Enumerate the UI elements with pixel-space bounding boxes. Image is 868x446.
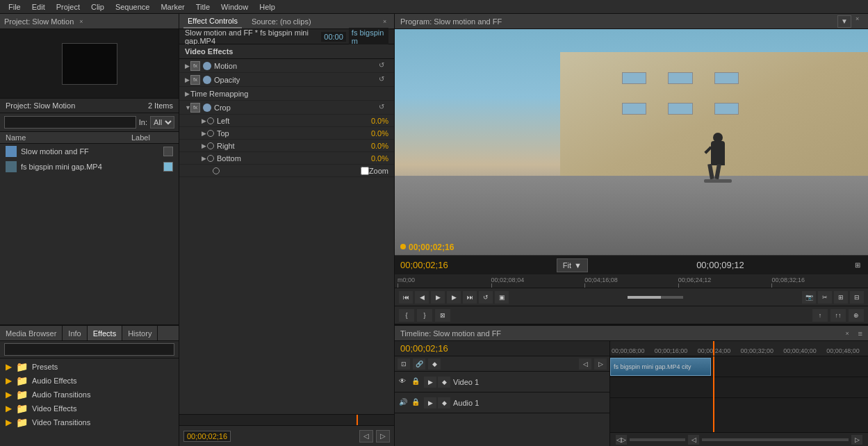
project-close-btn[interactable]: × xyxy=(79,18,86,25)
menu-clip[interactable]: Clip xyxy=(85,0,110,13)
fullscreen-btn[interactable]: ⊞ xyxy=(853,261,862,270)
project-tab[interactable]: Project: Slow Motion × xyxy=(4,17,86,26)
param-value-right[interactable]: 0.0% xyxy=(371,142,388,150)
tab-source[interactable]: Source: (no clips) xyxy=(247,14,316,28)
menu-title[interactable]: Title xyxy=(190,0,215,13)
param-stopwatch-bottom[interactable] xyxy=(207,155,214,162)
timeline-panel-menu-btn[interactable]: ≡ xyxy=(858,329,862,338)
tl-zoom-out-btn[interactable]: ◁ xyxy=(579,358,591,370)
tl-scroll-left-btn[interactable]: ◁ xyxy=(688,435,699,445)
param-stopwatch-zoom[interactable] xyxy=(213,167,220,174)
param-value-bottom[interactable]: 0.0% xyxy=(371,154,388,163)
program-close-btn[interactable]: × xyxy=(855,15,862,22)
param-stopwatch-top[interactable] xyxy=(207,130,214,137)
video1-track[interactable]: fs bigspin mini gap.MP4 city xyxy=(610,356,868,377)
zoom-monitor-btn[interactable]: ⊕ xyxy=(849,309,864,322)
timeline-zoom-slider[interactable] xyxy=(630,438,685,441)
list-item[interactable]: ▶ 📁 Presets xyxy=(0,360,179,374)
video1-toggle-btn[interactable]: ▶ xyxy=(424,377,436,388)
param-stopwatch-left[interactable] xyxy=(207,117,214,124)
list-item[interactable]: ▶ 📁 Video Transitions xyxy=(0,415,179,429)
safe-margins-btn[interactable]: ▣ xyxy=(495,291,509,304)
mark-out-btn[interactable]: } xyxy=(417,309,432,322)
mark-clip-btn[interactable]: ⊠ xyxy=(435,309,450,322)
audio1-eye-btn[interactable]: 🔊 xyxy=(399,398,409,408)
param-arrow-bottom[interactable]: ▶ xyxy=(202,155,207,162)
video1-lock-btn[interactable]: 🔒 xyxy=(411,377,421,387)
timeline-close-btn[interactable]: × xyxy=(846,330,853,337)
video1-sync-btn[interactable]: ◆ xyxy=(438,377,450,388)
param-arrow-left[interactable]: ▶ xyxy=(202,117,207,124)
menu-sequence[interactable]: Sequence xyxy=(110,0,156,13)
tl-scroll-right-btn[interactable]: ▷ xyxy=(851,435,862,445)
timeline-scrollbar[interactable] xyxy=(702,438,849,441)
volume-slider[interactable] xyxy=(628,296,683,299)
project-search-input[interactable] xyxy=(4,116,136,129)
list-item[interactable]: ▶ 📁 Video Effects xyxy=(0,402,179,415)
expand-arrow-crop[interactable]: ▼ xyxy=(185,104,190,111)
fit-dropdown-btn[interactable]: Fit ▼ xyxy=(557,258,588,272)
list-item[interactable]: Slow motion and FF xyxy=(0,144,179,159)
reset-btn-opacity[interactable]: ↺ xyxy=(379,75,388,85)
zoom-in-btn[interactable]: ▷ xyxy=(376,430,390,443)
program-settings-btn[interactable]: ▼ xyxy=(837,15,851,28)
param-stopwatch-right[interactable] xyxy=(207,142,214,149)
param-arrow-top[interactable]: ▶ xyxy=(202,130,207,137)
param-value-left[interactable]: 0.0% xyxy=(371,117,388,125)
audio1-toggle-btn[interactable]: ▶ xyxy=(424,397,436,408)
video1-eye-btn[interactable]: 👁 xyxy=(399,377,409,387)
tl-zoom-in-btn[interactable]: ▷ xyxy=(594,358,607,370)
goto-out-btn[interactable]: ⏭ xyxy=(463,291,477,304)
menu-edit[interactable]: Edit xyxy=(26,0,51,13)
trim-btn[interactable]: ✂ xyxy=(818,291,832,304)
overwrite-btn[interactable]: ⊟ xyxy=(850,291,864,304)
effect-row-time-remapping[interactable]: ▶ Time Remapping xyxy=(179,87,394,101)
tl-link-btn[interactable]: 🔗 xyxy=(413,358,425,370)
list-item[interactable]: fs bigspin mini gap.MP4 xyxy=(0,159,179,174)
param-value-top[interactable]: 0.0% xyxy=(371,129,388,138)
audio1-track[interactable] xyxy=(610,377,868,398)
play-pause-btn[interactable]: ▶ xyxy=(431,291,445,304)
zoom-out-btn[interactable]: ◁ xyxy=(359,430,373,443)
reset-btn-crop[interactable]: ↺ xyxy=(379,103,388,113)
export-frame-btn[interactable]: 📷 xyxy=(802,291,816,304)
menu-file[interactable]: File xyxy=(3,0,26,13)
reset-btn-motion[interactable]: ↺ xyxy=(379,61,388,71)
expand-arrow-opacity[interactable]: ▶ xyxy=(185,76,190,83)
menu-window[interactable]: Window xyxy=(215,0,254,13)
tab-media-browser[interactable]: Media Browser xyxy=(0,326,63,340)
search-in-dropdown[interactable]: All xyxy=(150,116,174,129)
expand-arrow-motion[interactable]: ▶ xyxy=(185,63,190,69)
tab-history[interactable]: History xyxy=(122,326,158,340)
step-back-btn[interactable]: ◀ xyxy=(415,291,429,304)
tl-add-marker-btn[interactable]: ◆ xyxy=(428,358,441,370)
close-effect-controls-btn[interactable]: × xyxy=(383,18,390,25)
effect-row-crop[interactable]: ▼ fx Crop ↺ xyxy=(179,101,394,115)
tl-snap-btn[interactable]: ⊡ xyxy=(398,358,410,370)
tab-effect-controls[interactable]: Effect Controls xyxy=(183,14,242,28)
menu-help[interactable]: Help xyxy=(254,0,281,13)
expand-arrow-time-remapping[interactable]: ▶ xyxy=(185,90,190,97)
extract-btn[interactable]: ↑↑ xyxy=(830,309,846,322)
effect-row-opacity[interactable]: ▶ fx Opacity ↺ xyxy=(179,73,394,87)
mark-in-btn[interactable]: { xyxy=(399,309,414,322)
insert-btn[interactable]: ⊞ xyxy=(834,291,848,304)
audio1-lock-btn[interactable]: 🔒 xyxy=(411,398,421,408)
param-checkbox-zoom[interactable] xyxy=(361,167,369,175)
list-item[interactable]: ▶ 📁 Audio Effects xyxy=(0,374,179,388)
lift-btn[interactable]: ↑ xyxy=(812,309,828,322)
effects-search-input[interactable] xyxy=(4,343,174,356)
step-fwd-btn[interactable]: ▶ xyxy=(447,291,461,304)
tl-zoom-all-btn[interactable]: ◁▷ xyxy=(616,435,627,445)
tab-info[interactable]: Info xyxy=(63,326,87,340)
tab-effects[interactable]: Effects xyxy=(88,326,122,340)
effect-row-motion[interactable]: ▶ fx Motion ↺ xyxy=(179,59,394,73)
audio1-sync-btn[interactable]: ◆ xyxy=(438,397,450,408)
video-clip[interactable]: fs bigspin mini gap.MP4 city xyxy=(610,358,711,376)
loop-btn[interactable]: ↺ xyxy=(479,291,493,304)
menu-project[interactable]: Project xyxy=(51,0,85,13)
param-arrow-right[interactable]: ▶ xyxy=(202,142,207,149)
menu-marker[interactable]: Marker xyxy=(155,0,190,13)
goto-in-btn[interactable]: ⏮ xyxy=(399,291,413,304)
list-item[interactable]: ▶ 📁 Audio Transitions xyxy=(0,388,179,402)
